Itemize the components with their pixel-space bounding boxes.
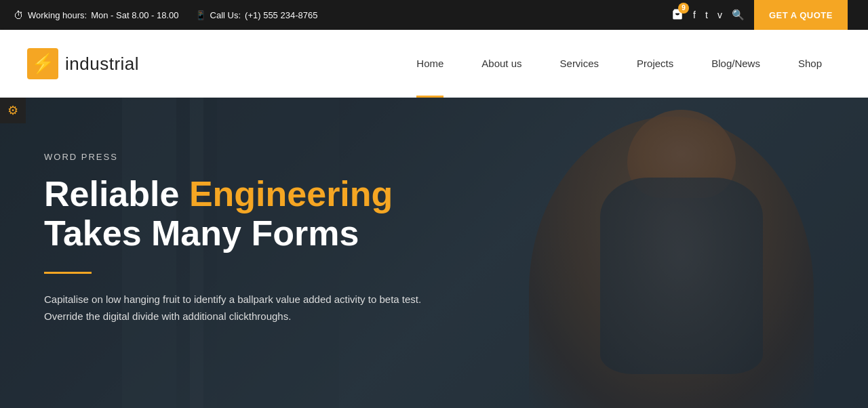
working-hours-label: Working hours: <box>28 10 87 20</box>
vimeo-icon[interactable]: v <box>717 9 722 20</box>
nav-item-about[interactable]: About us <box>462 30 540 98</box>
hero-section: WORD PRESS Reliable Engineering Takes Ma… <box>0 98 868 408</box>
nav-item-projects[interactable]: Projects <box>618 30 692 98</box>
hero-title-part1: Reliable <box>44 174 189 213</box>
hero-divider <box>44 272 92 274</box>
clock-icon <box>14 9 24 21</box>
topbar-left: Working hours: Mon - Sat 8.00 - 18.00 Ca… <box>14 9 317 21</box>
call-info: Call Us: (+1) 555 234-8765 <box>195 10 318 20</box>
nav-item-home[interactable]: Home <box>397 30 462 98</box>
nav-links: Home About us Services Projects Blog/New… <box>397 30 841 98</box>
logo-icon: ⚡ <box>27 48 58 79</box>
hero-description: Capitalise on low hanging fruit to ident… <box>44 291 424 325</box>
nav-link-home[interactable]: Home <box>397 30 462 98</box>
hero-desc-line2: Override the digital divide with additio… <box>44 310 291 322</box>
call-number: (+1) 555 234-8765 <box>245 10 317 20</box>
cart-icon-wrap[interactable]: 9 <box>671 8 684 22</box>
nav-item-shop[interactable]: Shop <box>779 30 841 98</box>
search-icon[interactable]: 🔍 <box>732 9 745 21</box>
nav-link-services[interactable]: Services <box>541 30 618 98</box>
working-hours-value: Mon - Sat 8.00 - 18.00 <box>91 10 178 20</box>
logo-text: industrial <box>65 54 139 75</box>
hero-title: Reliable Engineering Takes Many Forms <box>44 174 868 253</box>
hero-title-part2: Takes Many Forms <box>44 213 359 253</box>
nav-link-blog[interactable]: Blog/News <box>692 30 779 98</box>
nav-item-services[interactable]: Services <box>541 30 618 98</box>
hero-content: WORD PRESS Reliable Engineering Takes Ma… <box>0 98 868 325</box>
gear-icon: ⚙ <box>7 103 18 118</box>
nav-item-blog[interactable]: Blog/News <box>692 30 779 98</box>
twitter-icon[interactable]: t <box>705 9 708 20</box>
hero-title-highlight: Engineering <box>189 174 393 213</box>
cart-badge: 9 <box>678 3 689 14</box>
nav-link-about[interactable]: About us <box>462 30 540 98</box>
call-label: Call Us: <box>210 10 241 20</box>
hero-label: WORD PRESS <box>44 152 868 162</box>
svg-text:⚡: ⚡ <box>31 52 55 75</box>
nav-link-projects[interactable]: Projects <box>618 30 692 98</box>
phone-icon <box>195 10 206 20</box>
settings-button[interactable]: ⚙ <box>0 98 26 123</box>
working-hours-info: Working hours: Mon - Sat 8.00 - 18.00 <box>14 9 179 21</box>
facebook-icon[interactable]: f <box>693 9 696 20</box>
get-quote-button[interactable]: GET A QUOTE <box>754 0 848 30</box>
navbar: ⚡ industrial Home About us Services Proj… <box>0 30 868 98</box>
topbar-right: 9 f t v 🔍 GET A QUOTE <box>671 0 848 30</box>
logo[interactable]: ⚡ industrial <box>27 48 139 79</box>
topbar: Working hours: Mon - Sat 8.00 - 18.00 Ca… <box>0 0 868 30</box>
nav-link-shop[interactable]: Shop <box>779 30 841 98</box>
hero-desc-line1: Capitalise on low hanging fruit to ident… <box>44 293 421 305</box>
